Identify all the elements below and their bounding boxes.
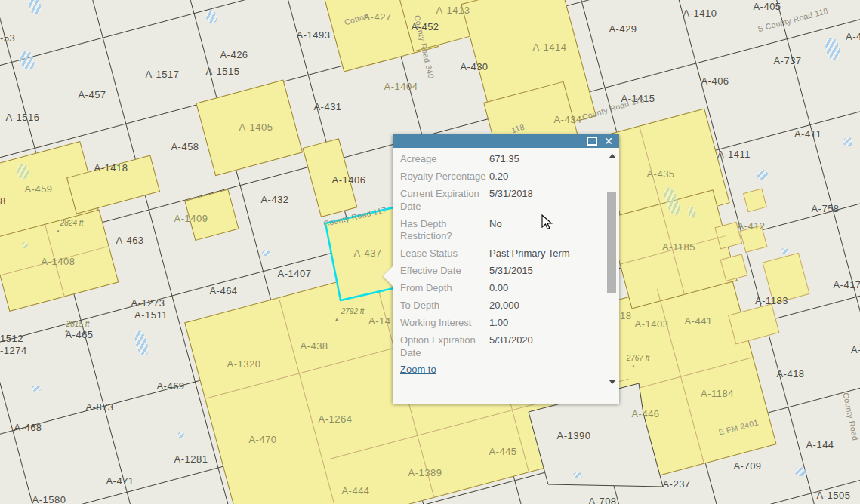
field-label: Effective Date: [400, 265, 489, 278]
water-area: [757, 170, 768, 180]
parcel-label: A-1281: [174, 453, 208, 465]
parcel-label: A-1320: [227, 358, 261, 370]
field-value: 5/31/2015: [489, 265, 533, 278]
parcel-label: A-144: [806, 439, 834, 450]
elevation-marker-icon: ▲: [64, 328, 69, 333]
parcel-label: A-1264: [319, 413, 353, 425]
parcel-label: A-1184: [701, 388, 734, 399]
parcel-label: 18: [620, 310, 631, 321]
parcel-label: A-1409: [174, 213, 208, 224]
parcel-label: A-1406: [332, 174, 366, 186]
parcel-label: A-463: [116, 235, 143, 246]
maximize-icon[interactable]: [587, 137, 597, 146]
parcel-label: A-1408: [42, 256, 76, 267]
field-label: Current Expiration Date: [400, 188, 489, 214]
field-label: Acreage: [400, 153, 489, 166]
field-value: 0.20: [489, 171, 508, 183]
parcel-label: A-1405: [239, 121, 273, 133]
field-label: Lease Status: [400, 247, 489, 260]
parcel-label: A-412: [737, 220, 765, 232]
parcel-label: A-438: [300, 340, 328, 352]
water-area: [573, 472, 582, 478]
parcel-label: A-1515: [206, 66, 240, 77]
popup-field-row: Lease StatusPast Primary Term: [400, 245, 604, 263]
field-value: 671.35: [489, 153, 519, 166]
popup-field-row: Effective Date5/31/2015: [400, 263, 604, 280]
close-icon[interactable]: ✕: [604, 136, 613, 146]
parcel-label: 1512: [0, 333, 23, 344]
elevation-label: 2824 ft: [60, 219, 84, 227]
parcel-label: A-1410: [683, 8, 717, 19]
popup-field-row: Has Depth Restriction?No: [400, 216, 604, 246]
parcel-label: A-464: [209, 285, 237, 297]
parcel-label: A-457: [78, 89, 106, 100]
popup-field-row: From Depth0.00: [400, 280, 604, 297]
field-label: Option Expiration Date: [400, 334, 489, 360]
scroll-thumb[interactable]: [607, 192, 616, 293]
parcel-label: A-1505: [817, 490, 851, 501]
elevation-label: 2815 ft: [66, 320, 90, 328]
parcel-label: A-1418: [94, 162, 128, 174]
parcel-label: A-1407: [278, 268, 312, 279]
parcel-label: A-1183: [755, 295, 788, 306]
parcel-label: -1274: [0, 345, 27, 356]
parcel-label: A-1390: [557, 430, 591, 441]
parcel-label: A-431: [313, 101, 341, 112]
parcel-label: A-437: [353, 247, 381, 259]
elevation-label: 2767 ft: [627, 354, 650, 362]
scroll-down-icon[interactable]: [609, 380, 616, 384]
popup-pointer: [383, 266, 393, 286]
parcel-label: A-237: [662, 478, 690, 490]
parcel-label: A-1413: [436, 5, 470, 16]
scroll-up-icon[interactable]: [609, 154, 616, 158]
parcel-label: A-426: [220, 49, 248, 60]
popup-header: ✕: [393, 134, 619, 148]
popup-field-row: Current Expiration Date5/31/2018: [400, 186, 604, 216]
water-area: [178, 432, 184, 439]
parcel-fill: [720, 254, 748, 281]
parcel-label: A-708: [588, 496, 616, 504]
parcel-label: A-458: [171, 141, 199, 152]
popup-field-row: Royalty Percentage0.20: [400, 168, 604, 186]
parcel-label: A-468: [14, 422, 42, 433]
parcel-label: 8: [0, 195, 6, 207]
parcel-fill: [743, 188, 767, 212]
parcel-label: A-758: [811, 203, 839, 214]
elevation-label: 2792 ft: [341, 307, 365, 315]
parcel-label: A-1511: [134, 309, 168, 321]
field-label: Working Interest: [400, 317, 489, 330]
popup-field-row: To Depth20,000: [400, 297, 604, 315]
popup-field-row: Acreage671.35: [400, 151, 604, 168]
parcel-label: A-446: [631, 408, 659, 419]
water-area: [843, 137, 852, 146]
field-value: 5/31/2018: [489, 188, 533, 214]
parcel-label: A-709: [733, 460, 761, 472]
parcel-label: A-434: [553, 114, 581, 125]
parcel-label: A-: [851, 344, 860, 355]
water-area: [795, 467, 806, 476]
parcel-label: A-1493: [297, 29, 331, 41]
mouse-cursor: [541, 214, 555, 232]
popup-scrollbar[interactable]: [606, 152, 618, 395]
parcel-label: A-1273: [131, 297, 165, 309]
parcel-label: A-429: [609, 23, 637, 35]
field-value: 5/31/2020: [489, 334, 533, 360]
parcel-label: A-4: [846, 31, 860, 42]
popup-body: Acreage671.35Royalty Percentage0.20Curre…: [393, 148, 604, 404]
parcel-label: A-14: [368, 315, 390, 327]
feature-info-popup: ✕ Acreage671.35Royalty Percentage0.20Cur…: [393, 134, 619, 404]
elevation-marker-icon: ▲: [334, 317, 339, 321]
popup-field-row: Working Interest1.00: [400, 315, 604, 332]
field-value: Past Primary Term: [489, 247, 570, 260]
parcel-label: A-1580: [32, 494, 66, 504]
field-label: Has Depth Restriction?: [400, 218, 489, 244]
parcel-label: A-441: [684, 315, 712, 327]
parcel-label: A-445: [489, 446, 516, 457]
field-label: Royalty Percentage: [400, 171, 489, 183]
elevation-marker-icon: ▲: [631, 364, 636, 368]
map-application: A-452A-1515A-426A-1493A-1517A-457A-458A-…: [0, 0, 860, 504]
zoom-to-link[interactable]: Zoom to: [400, 364, 436, 375]
parcel-label: -53: [0, 32, 15, 44]
parcel-label: A-432: [260, 194, 288, 205]
water-area: [262, 250, 270, 256]
